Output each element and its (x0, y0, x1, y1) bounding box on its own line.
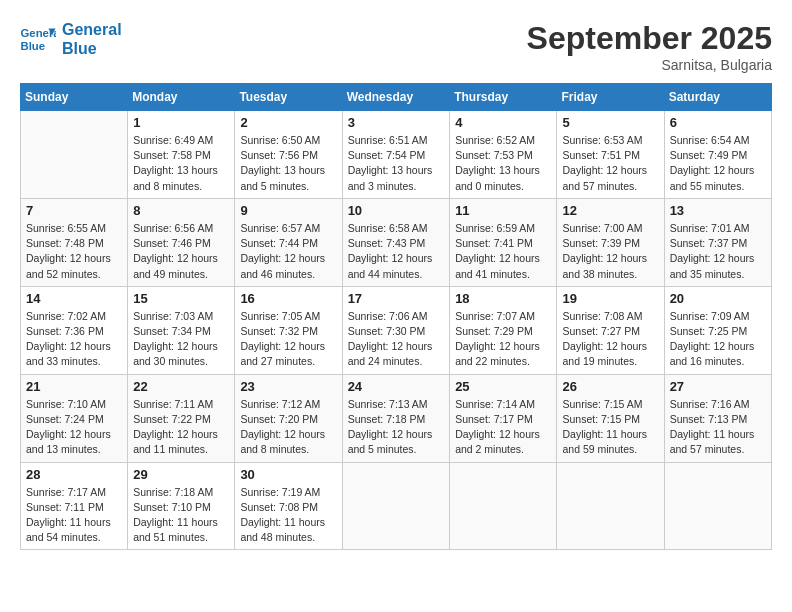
calendar-cell-w2d1: 15Sunrise: 7:03 AM Sunset: 7:34 PM Dayli… (128, 286, 235, 374)
calendar-cell-w3d2: 23Sunrise: 7:12 AM Sunset: 7:20 PM Dayli… (235, 374, 342, 462)
day-info: Sunrise: 6:54 AM Sunset: 7:49 PM Dayligh… (670, 133, 766, 194)
day-info: Sunrise: 7:10 AM Sunset: 7:24 PM Dayligh… (26, 397, 122, 458)
day-info: Sunrise: 6:57 AM Sunset: 7:44 PM Dayligh… (240, 221, 336, 282)
calendar-cell-w4d6 (664, 462, 771, 550)
day-info: Sunrise: 7:06 AM Sunset: 7:30 PM Dayligh… (348, 309, 445, 370)
title-block: September 2025 Sarnitsa, Bulgaria (527, 20, 772, 73)
day-number: 24 (348, 379, 445, 394)
day-number: 25 (455, 379, 551, 394)
day-info: Sunrise: 7:11 AM Sunset: 7:22 PM Dayligh… (133, 397, 229, 458)
weekday-header-thursday: Thursday (450, 84, 557, 111)
day-number: 17 (348, 291, 445, 306)
day-number: 4 (455, 115, 551, 130)
day-number: 10 (348, 203, 445, 218)
calendar-cell-w2d3: 17Sunrise: 7:06 AM Sunset: 7:30 PM Dayli… (342, 286, 450, 374)
day-info: Sunrise: 7:00 AM Sunset: 7:39 PM Dayligh… (562, 221, 658, 282)
calendar-cell-w1d2: 9Sunrise: 6:57 AM Sunset: 7:44 PM Daylig… (235, 198, 342, 286)
calendar-cell-w4d1: 29Sunrise: 7:18 AM Sunset: 7:10 PM Dayli… (128, 462, 235, 550)
page-header: General Blue General Blue September 2025… (20, 20, 772, 73)
location: Sarnitsa, Bulgaria (527, 57, 772, 73)
calendar-cell-w3d5: 26Sunrise: 7:15 AM Sunset: 7:15 PM Dayli… (557, 374, 664, 462)
day-info: Sunrise: 7:03 AM Sunset: 7:34 PM Dayligh… (133, 309, 229, 370)
day-info: Sunrise: 7:07 AM Sunset: 7:29 PM Dayligh… (455, 309, 551, 370)
calendar-cell-w3d6: 27Sunrise: 7:16 AM Sunset: 7:13 PM Dayli… (664, 374, 771, 462)
day-info: Sunrise: 6:59 AM Sunset: 7:41 PM Dayligh… (455, 221, 551, 282)
day-number: 7 (26, 203, 122, 218)
calendar-cell-w3d4: 25Sunrise: 7:14 AM Sunset: 7:17 PM Dayli… (450, 374, 557, 462)
calendar-cell-w3d0: 21Sunrise: 7:10 AM Sunset: 7:24 PM Dayli… (21, 374, 128, 462)
day-info: Sunrise: 6:50 AM Sunset: 7:56 PM Dayligh… (240, 133, 336, 194)
logo-icon: General Blue (20, 25, 56, 53)
weekday-header-monday: Monday (128, 84, 235, 111)
day-number: 1 (133, 115, 229, 130)
day-number: 16 (240, 291, 336, 306)
calendar-cell-w4d5 (557, 462, 664, 550)
calendar-cell-w1d5: 12Sunrise: 7:00 AM Sunset: 7:39 PM Dayli… (557, 198, 664, 286)
day-info: Sunrise: 6:53 AM Sunset: 7:51 PM Dayligh… (562, 133, 658, 194)
day-number: 3 (348, 115, 445, 130)
calendar-cell-w2d0: 14Sunrise: 7:02 AM Sunset: 7:36 PM Dayli… (21, 286, 128, 374)
day-info: Sunrise: 6:49 AM Sunset: 7:58 PM Dayligh… (133, 133, 229, 194)
weekday-header-sunday: Sunday (21, 84, 128, 111)
logo-line1: General (62, 20, 122, 39)
day-info: Sunrise: 6:58 AM Sunset: 7:43 PM Dayligh… (348, 221, 445, 282)
calendar-cell-w1d1: 8Sunrise: 6:56 AM Sunset: 7:46 PM Daylig… (128, 198, 235, 286)
day-info: Sunrise: 7:12 AM Sunset: 7:20 PM Dayligh… (240, 397, 336, 458)
day-number: 19 (562, 291, 658, 306)
weekday-header-saturday: Saturday (664, 84, 771, 111)
day-number: 13 (670, 203, 766, 218)
day-number: 9 (240, 203, 336, 218)
calendar-cell-w0d3: 3Sunrise: 6:51 AM Sunset: 7:54 PM Daylig… (342, 111, 450, 199)
calendar-cell-w1d4: 11Sunrise: 6:59 AM Sunset: 7:41 PM Dayli… (450, 198, 557, 286)
day-number: 11 (455, 203, 551, 218)
calendar-cell-w1d0: 7Sunrise: 6:55 AM Sunset: 7:48 PM Daylig… (21, 198, 128, 286)
weekday-header-friday: Friday (557, 84, 664, 111)
calendar-table: SundayMondayTuesdayWednesdayThursdayFrid… (20, 83, 772, 550)
day-info: Sunrise: 7:18 AM Sunset: 7:10 PM Dayligh… (133, 485, 229, 546)
day-info: Sunrise: 6:51 AM Sunset: 7:54 PM Dayligh… (348, 133, 445, 194)
day-number: 6 (670, 115, 766, 130)
day-info: Sunrise: 7:02 AM Sunset: 7:36 PM Dayligh… (26, 309, 122, 370)
calendar-cell-w0d2: 2Sunrise: 6:50 AM Sunset: 7:56 PM Daylig… (235, 111, 342, 199)
calendar-cell-w1d6: 13Sunrise: 7:01 AM Sunset: 7:37 PM Dayli… (664, 198, 771, 286)
logo-line2: Blue (62, 39, 122, 58)
svg-text:Blue: Blue (21, 40, 46, 52)
day-info: Sunrise: 7:14 AM Sunset: 7:17 PM Dayligh… (455, 397, 551, 458)
day-number: 26 (562, 379, 658, 394)
calendar-cell-w0d5: 5Sunrise: 6:53 AM Sunset: 7:51 PM Daylig… (557, 111, 664, 199)
calendar-cell-w2d6: 20Sunrise: 7:09 AM Sunset: 7:25 PM Dayli… (664, 286, 771, 374)
day-info: Sunrise: 7:17 AM Sunset: 7:11 PM Dayligh… (26, 485, 122, 546)
weekday-header-tuesday: Tuesday (235, 84, 342, 111)
calendar-cell-w4d4 (450, 462, 557, 550)
day-number: 18 (455, 291, 551, 306)
day-info: Sunrise: 6:55 AM Sunset: 7:48 PM Dayligh… (26, 221, 122, 282)
calendar-cell-w2d2: 16Sunrise: 7:05 AM Sunset: 7:32 PM Dayli… (235, 286, 342, 374)
day-number: 21 (26, 379, 122, 394)
logo: General Blue General Blue (20, 20, 122, 58)
calendar-cell-w3d3: 24Sunrise: 7:13 AM Sunset: 7:18 PM Dayli… (342, 374, 450, 462)
day-number: 30 (240, 467, 336, 482)
calendar-cell-w0d1: 1Sunrise: 6:49 AM Sunset: 7:58 PM Daylig… (128, 111, 235, 199)
day-number: 23 (240, 379, 336, 394)
calendar-cell-w3d1: 22Sunrise: 7:11 AM Sunset: 7:22 PM Dayli… (128, 374, 235, 462)
day-number: 27 (670, 379, 766, 394)
day-info: Sunrise: 7:16 AM Sunset: 7:13 PM Dayligh… (670, 397, 766, 458)
day-number: 15 (133, 291, 229, 306)
day-info: Sunrise: 7:08 AM Sunset: 7:27 PM Dayligh… (562, 309, 658, 370)
calendar-cell-w4d3 (342, 462, 450, 550)
day-number: 12 (562, 203, 658, 218)
weekday-header-wednesday: Wednesday (342, 84, 450, 111)
day-info: Sunrise: 7:13 AM Sunset: 7:18 PM Dayligh… (348, 397, 445, 458)
day-number: 8 (133, 203, 229, 218)
day-number: 14 (26, 291, 122, 306)
day-info: Sunrise: 7:09 AM Sunset: 7:25 PM Dayligh… (670, 309, 766, 370)
day-number: 22 (133, 379, 229, 394)
day-number: 5 (562, 115, 658, 130)
day-number: 29 (133, 467, 229, 482)
calendar-cell-w2d5: 19Sunrise: 7:08 AM Sunset: 7:27 PM Dayli… (557, 286, 664, 374)
day-info: Sunrise: 7:01 AM Sunset: 7:37 PM Dayligh… (670, 221, 766, 282)
day-info: Sunrise: 7:05 AM Sunset: 7:32 PM Dayligh… (240, 309, 336, 370)
day-number: 20 (670, 291, 766, 306)
day-number: 28 (26, 467, 122, 482)
calendar-cell-w1d3: 10Sunrise: 6:58 AM Sunset: 7:43 PM Dayli… (342, 198, 450, 286)
